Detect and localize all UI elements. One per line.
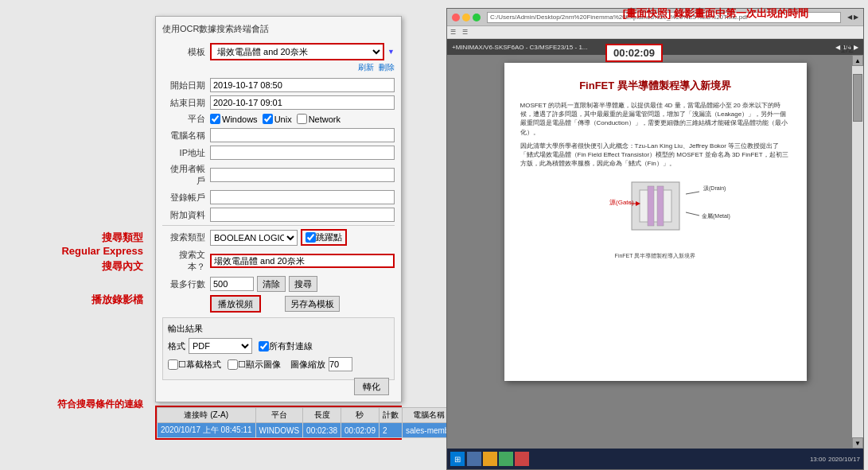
results-section: 連接時 (Z-A) 平台 長度 秒 計數 電腦名稱 IP地址 使用者帳戶 登錄帳… — [155, 406, 402, 440]
all-connections-label-container[interactable]: 所有對連線 — [259, 340, 313, 352]
thumbnail-checkbox[interactable] — [168, 359, 178, 370]
svg-rect-1 — [640, 190, 671, 222]
platform-label: 平台 — [162, 113, 210, 125]
scroll-down-button[interactable]: ▼ — [852, 437, 863, 449]
svg-line-8 — [686, 192, 699, 194]
search-text-input[interactable] — [210, 254, 395, 268]
taskbar: ⊞ 13:00 2020/10/17 — [447, 449, 863, 469]
trigger-label: 跳躍點 — [316, 231, 342, 243]
svg-text:金屬(Metal): 金屬(Metal) — [702, 213, 730, 219]
close-icon[interactable] — [452, 14, 460, 21]
col-count[interactable]: 計數 — [379, 408, 402, 423]
play-video-button[interactable]: 播放視頻 — [210, 295, 261, 313]
svg-line-9 — [686, 212, 699, 216]
trigger-checkbox[interactable] — [306, 232, 316, 243]
unix-checkbox[interactable] — [263, 114, 273, 124]
search-content-annotation: 搜尋內文 — [102, 259, 143, 274]
template-select[interactable]: 場效電晶體 and 20奈米 — [210, 43, 384, 60]
cell-seconds: 00:02:09 — [341, 423, 380, 438]
search-type-label: 搜索類型 — [162, 231, 210, 243]
col-platform[interactable]: 平台 — [255, 408, 303, 423]
taskbar-icon-3[interactable] — [499, 452, 513, 466]
svg-text:源(Gate): 源(Gate) — [609, 199, 634, 206]
ip-input[interactable] — [210, 146, 395, 160]
end-date-input[interactable] — [210, 95, 395, 110]
col-duration[interactable]: 長度 — [303, 408, 341, 423]
taskbar-icon-2[interactable] — [483, 452, 497, 466]
output-section: 輸出結果 格式 PDF 所有對連線 ☐幕截格式 — [162, 317, 395, 380]
all-connections-checkbox[interactable] — [259, 341, 269, 352]
left-annotations: 搜尋類型 Regular Express 搜尋內文 播放錄影檔 符合搜尋條件的連… — [0, 0, 147, 470]
regular-express-annotation: Regular Express — [61, 245, 143, 257]
ocr-search-dialog: 使用OCR數據搜索終端會話 模板 場效電晶體 and 20奈米 ▼ 刷新 刪除 … — [155, 16, 402, 402]
refresh-link[interactable]: 刷新 — [358, 62, 374, 73]
attachment-label: 附加資料 — [162, 209, 210, 221]
viewer-scrollbar[interactable]: ▲ ▼ — [852, 55, 863, 449]
show-image-label: ☐顯示圖像 — [238, 359, 281, 371]
network-checkbox[interactable] — [297, 114, 307, 124]
search-button[interactable]: 搜尋 — [289, 276, 317, 292]
scroll-up-button[interactable]: ▲ — [852, 55, 863, 66]
format-select[interactable]: PDF — [189, 338, 252, 354]
page-counter-value: 1/2 — [840, 44, 854, 55]
page-info: ☰ — [462, 29, 468, 36]
col-datetime[interactable]: 連接時 (Z-A) — [158, 408, 256, 423]
show-image-label-container[interactable]: ☐顯示圖像 — [228, 359, 281, 371]
search-type-select[interactable]: BOOLEAN LOGIC — [210, 230, 298, 246]
platform-checkboxes: Windows Unix Network — [210, 114, 345, 124]
taskbar-icon-1[interactable] — [467, 452, 481, 466]
login-label: 登錄帳戶 — [162, 192, 210, 204]
ip-label: IP地址 — [162, 147, 210, 159]
template-label: 模板 — [162, 46, 210, 58]
thumbnail-label: ☐幕截格式 — [178, 359, 221, 371]
timestamp-box: 00:02:09 — [605, 44, 663, 62]
windows-start-icon[interactable]: ⊞ — [450, 452, 465, 466]
col-seconds[interactable]: 秒 — [341, 408, 380, 423]
taskbar-time: 13:00 — [810, 456, 826, 463]
login-input[interactable] — [210, 190, 395, 204]
browser-nav-buttons[interactable]: ◀ ▶ — [847, 14, 858, 21]
browser-toolbar: ☰ ☰ — [447, 26, 863, 39]
svg-rect-2 — [648, 186, 654, 226]
dropdown-arrow-icon: ▼ — [387, 48, 395, 56]
minimize-icon[interactable] — [462, 14, 470, 21]
maximize-icon[interactable] — [473, 14, 481, 21]
dialog-title: 使用OCR數據搜索終端會話 — [162, 23, 395, 38]
trigger-checkbox-container[interactable]: 跳躍點 — [301, 229, 347, 246]
cell-count: 2 — [379, 423, 402, 438]
attachment-input[interactable] — [210, 208, 395, 222]
taskbar-icon-4[interactable] — [515, 452, 529, 466]
transistor-diagram-container: 源(Gate) 汲(Drain) 金屬(Metal) — [520, 174, 791, 246]
format-label: 格式 — [168, 340, 185, 352]
cell-datetime: 2020/10/17 上午 08:45:11 — [158, 423, 256, 438]
user-input[interactable] — [210, 168, 395, 182]
image-scale-input[interactable] — [329, 357, 352, 371]
transistor-diagram-svg: 源(Gate) 汲(Drain) 金屬(Metal) — [568, 174, 743, 246]
svg-text:汲(Drain): 汲(Drain) — [703, 185, 726, 192]
start-date-input[interactable] — [210, 78, 395, 92]
scroll-track[interactable] — [852, 66, 863, 437]
svg-rect-3 — [657, 186, 664, 226]
show-image-checkbox[interactable] — [228, 359, 238, 370]
play-recording-annotation: 播放錄影檔 — [91, 293, 143, 307]
doc-title: FinFET 異半導體製程導入新境界 — [520, 79, 791, 93]
save-template-button[interactable]: 另存為模板 — [285, 296, 340, 312]
user-label: 使用者帳戶 — [162, 163, 210, 187]
page-counter: 1/2 — [840, 44, 854, 55]
windows-checkbox[interactable] — [210, 114, 220, 124]
document-page: FinFET 異半導體製程導入新境界 MOSFET 的功耗一直限制著半導體廠，以… — [504, 63, 807, 381]
max-rows-label: 最多行數 — [162, 278, 210, 290]
cell-duration: 00:02:38 — [303, 423, 341, 438]
scroll-thumb[interactable] — [853, 74, 862, 122]
all-connections-label: 所有對連線 — [269, 340, 313, 352]
output-title: 輸出結果 — [168, 323, 389, 335]
convert-button[interactable]: 轉化 — [354, 378, 389, 395]
max-rows-input[interactable] — [210, 277, 254, 291]
start-date-label: 開始日期 — [162, 80, 210, 91]
delete-link[interactable]: 刪除 — [379, 62, 395, 73]
cell-platform: WINDOWS — [255, 423, 303, 438]
doc-text-2: 因此清華大學所學者很快便引入此概念：Tzu-Lan King Liu、Jeffr… — [520, 142, 791, 169]
computer-input[interactable] — [210, 128, 395, 142]
clear-button[interactable]: 清除 — [257, 276, 286, 292]
thumbnail-label-container[interactable]: ☐幕截格式 — [168, 359, 221, 371]
